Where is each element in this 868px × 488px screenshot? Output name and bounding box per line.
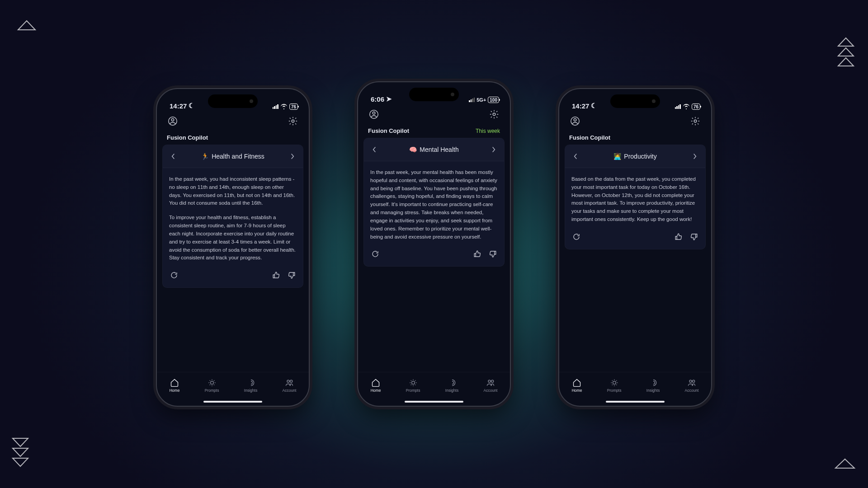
phone-mental: 6:06 ➤ 5G+ 100 Fusion Copilot This week … xyxy=(357,81,511,407)
card-body: Based on the data from the past week, yo… xyxy=(565,168,705,228)
bottom-nav: Home Prompts Insights Account xyxy=(358,372,510,401)
card-emoji: 👩‍💻 xyxy=(613,153,621,160)
deco-triangle-tr xyxy=(835,36,856,70)
signal-icon xyxy=(273,104,278,109)
profile-icon[interactable] xyxy=(569,115,581,127)
thumbs-up-button[interactable] xyxy=(271,270,281,280)
battery-icon: 100 xyxy=(488,97,499,103)
refresh-button[interactable] xyxy=(370,249,380,259)
nav-account[interactable]: Account xyxy=(484,378,498,393)
dynamic-island xyxy=(208,94,258,108)
card-emoji: 🧠 xyxy=(409,146,417,153)
card-body: In the past week, you had inconsistent s… xyxy=(163,168,303,267)
prev-category-button[interactable] xyxy=(570,150,581,162)
deco-triangle-bl xyxy=(10,436,31,470)
thumbs-down-button[interactable] xyxy=(689,232,699,242)
phone-health: 14:27 ☾ 76 Fusion Copilot 🏃Health and Fi… xyxy=(156,88,310,407)
network-label: 5G+ xyxy=(476,97,486,103)
prev-category-button[interactable] xyxy=(368,144,380,155)
app-title: Fusion Copilot xyxy=(167,134,208,141)
svg-point-8 xyxy=(493,113,495,116)
location-icon: ➤ xyxy=(386,95,392,103)
phone-row: 14:27 ☾ 76 Fusion Copilot 🏃Health and Fi… xyxy=(156,81,712,407)
svg-point-2 xyxy=(292,120,294,122)
nav-insights[interactable]: Insights xyxy=(646,378,660,393)
insight-card: 👩‍💻Productivity Based on the data from t… xyxy=(565,145,706,249)
deco-triangle-tl xyxy=(16,18,37,33)
status-time: 14:27 ☾ xyxy=(572,102,597,110)
nav-home[interactable]: Home xyxy=(170,378,180,393)
insight-card: 🧠Mental Health In the past week, your me… xyxy=(363,138,505,267)
next-category-button[interactable] xyxy=(689,150,701,162)
signal-icon xyxy=(675,104,681,109)
svg-point-4 xyxy=(287,380,289,382)
thumbs-down-button[interactable] xyxy=(287,270,297,280)
next-category-button[interactable] xyxy=(488,144,500,155)
bottom-nav: Home Prompts Insights Account xyxy=(157,372,309,401)
nav-home[interactable]: Home xyxy=(371,378,381,393)
wifi-icon xyxy=(683,104,690,109)
nav-insights[interactable]: Insights xyxy=(244,378,257,393)
app-title: Fusion Copilot xyxy=(368,127,409,134)
card-emoji: 🏃 xyxy=(201,153,209,160)
svg-point-10 xyxy=(488,380,491,382)
nav-insights[interactable]: Insights xyxy=(445,378,458,393)
svg-point-16 xyxy=(689,380,692,382)
settings-icon[interactable] xyxy=(689,115,701,127)
insight-card: 🏃Health and Fitness In the past week, yo… xyxy=(162,145,303,288)
card-title: 🏃Health and Fitness xyxy=(201,153,264,160)
svg-point-17 xyxy=(693,380,695,382)
svg-point-7 xyxy=(373,112,375,115)
phone-productivity: 14:27 ☾ 76 Fusion Copilot 👩‍💻Productivit… xyxy=(558,88,712,407)
status-time: 6:06 ➤ xyxy=(371,95,392,103)
refresh-button[interactable] xyxy=(169,270,179,280)
svg-point-5 xyxy=(290,380,292,382)
refresh-button[interactable] xyxy=(571,232,581,242)
svg-point-13 xyxy=(574,119,576,122)
nav-prompts[interactable]: Prompts xyxy=(607,378,622,393)
nav-account[interactable]: Account xyxy=(685,378,699,393)
profile-icon[interactable] xyxy=(167,115,179,127)
svg-point-1 xyxy=(171,119,174,122)
nav-prompts[interactable]: Prompts xyxy=(406,378,420,393)
home-indicator xyxy=(203,401,262,403)
timeframe-label[interactable]: This week xyxy=(476,128,500,134)
nav-home[interactable]: Home xyxy=(572,378,582,393)
wifi-icon xyxy=(280,104,288,109)
moon-icon: ☾ xyxy=(189,102,194,110)
svg-point-3 xyxy=(210,381,213,384)
dynamic-island xyxy=(610,94,660,108)
dynamic-island xyxy=(409,88,459,101)
card-body: In the past week, your mental health has… xyxy=(364,161,504,245)
svg-point-11 xyxy=(491,380,494,382)
home-indicator xyxy=(405,401,463,403)
moon-icon: ☾ xyxy=(591,102,597,110)
deco-triangle-br xyxy=(834,456,854,472)
signal-icon xyxy=(469,98,475,102)
prev-category-button[interactable] xyxy=(167,150,179,162)
card-title: 🧠Mental Health xyxy=(409,146,458,153)
thumbs-down-button[interactable] xyxy=(488,249,498,259)
svg-point-9 xyxy=(411,381,415,384)
thumbs-up-button[interactable] xyxy=(472,249,482,259)
nav-account[interactable]: Account xyxy=(283,378,297,393)
battery-icon: 76 xyxy=(692,103,700,110)
status-time: 14:27 ☾ xyxy=(170,102,194,110)
settings-icon[interactable] xyxy=(488,108,500,120)
battery-icon: 76 xyxy=(289,103,298,110)
profile-icon[interactable] xyxy=(368,108,380,120)
svg-point-15 xyxy=(613,381,616,384)
thumbs-up-button[interactable] xyxy=(674,232,684,242)
svg-point-14 xyxy=(694,120,697,122)
app-title: Fusion Copilot xyxy=(569,134,610,141)
home-indicator xyxy=(606,401,665,403)
nav-prompts[interactable]: Prompts xyxy=(205,378,219,393)
next-category-button[interactable] xyxy=(287,150,298,162)
bottom-nav: Home Prompts Insights Account xyxy=(559,372,711,401)
card-title: 👩‍💻Productivity xyxy=(613,153,656,160)
settings-icon[interactable] xyxy=(287,115,299,127)
